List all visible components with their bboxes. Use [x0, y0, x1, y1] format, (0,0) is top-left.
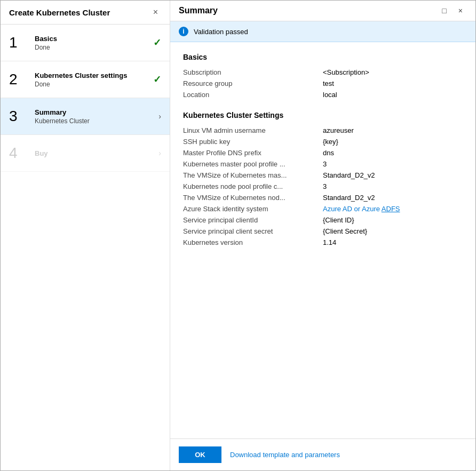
- k8s-master-vmsize-value: Standard_D2_v2: [323, 170, 463, 181]
- k8s-client-secret-value: {Client Secret}: [323, 226, 463, 237]
- identity-azure-ad-text: Azure AD or Azure: [323, 205, 382, 213]
- k8s-version-value: 1.14: [323, 237, 463, 248]
- step-item-1[interactable]: 1 Basics Done ✓: [1, 25, 170, 61]
- step-1-status: Done: [35, 44, 149, 51]
- table-row: SSH public key {key}: [183, 136, 463, 147]
- basics-location-label: Location: [183, 89, 323, 100]
- table-row: Service principal client secret {Client …: [183, 226, 463, 237]
- step-3-info: Summary Kubernetes Cluster: [35, 108, 154, 125]
- window-controls: □ ×: [438, 6, 467, 15]
- right-close-button[interactable]: ×: [454, 6, 467, 15]
- download-template-link[interactable]: Download template and parameters: [230, 451, 340, 459]
- basics-table: Subscription <Subscription> Resource gro…: [183, 67, 463, 100]
- left-panel-title: Create Kubernetes Cluster: [9, 8, 110, 17]
- right-panel: Summary □ × i Validation passed Basics S…: [170, 1, 475, 470]
- step-4-number: 4: [9, 145, 28, 162]
- k8s-node-pool-value: 3: [323, 181, 463, 192]
- right-footer: OK Download template and parameters: [170, 438, 475, 470]
- k8s-client-id-value: {Client ID}: [323, 214, 463, 226]
- step-4-name: Buy: [35, 149, 154, 157]
- step-3-chevron-icon: ›: [158, 112, 161, 121]
- right-panel-title: Summary: [179, 6, 218, 15]
- step-2-status: Done: [35, 81, 149, 88]
- k8s-linux-admin-value: azureuser: [323, 125, 463, 136]
- table-row: Subscription <Subscription>: [183, 67, 463, 78]
- ok-button[interactable]: OK: [179, 446, 221, 463]
- k8s-identity-label: Azure Stack identity system: [183, 203, 323, 214]
- step-1-info: Basics Done: [35, 35, 149, 51]
- k8s-client-id-label: Service principal clientId: [183, 214, 323, 226]
- right-header: Summary □ ×: [170, 1, 475, 21]
- left-close-button[interactable]: ×: [150, 7, 161, 18]
- basics-section-title: Basics: [183, 53, 463, 61]
- step-3-status: Kubernetes Cluster: [35, 117, 154, 125]
- basics-resourcegroup-label: Resource group: [183, 78, 323, 89]
- validation-text: Validation passed: [194, 28, 248, 36]
- k8s-table: Linux VM admin username azureuser SSH pu…: [183, 125, 463, 248]
- main-window: Create Kubernetes Cluster × 1 Basics Don…: [0, 0, 476, 471]
- basics-resourcegroup-value: test: [323, 78, 463, 89]
- validation-bar: i Validation passed: [170, 21, 475, 42]
- k8s-master-vmsize-label: The VMSize of Kubernetes mas...: [183, 170, 323, 181]
- k8s-identity-value: Azure AD or Azure ADFS: [323, 203, 463, 214]
- summary-content: Basics Subscription <Subscription> Resou…: [170, 42, 475, 438]
- table-row: Service principal clientId {Client ID}: [183, 214, 463, 226]
- k8s-ssh-label: SSH public key: [183, 136, 323, 147]
- step-3-name: Summary: [35, 108, 154, 116]
- basics-subscription-value: <Subscription>: [323, 67, 463, 78]
- table-row: Kubernetes node pool profile c... 3: [183, 181, 463, 192]
- k8s-section-title: Kubernetes Cluster Settings: [183, 111, 463, 119]
- step-2-number: 2: [9, 71, 28, 88]
- table-row: Resource group test: [183, 78, 463, 89]
- step-1-number: 1: [9, 34, 28, 51]
- maximize-button[interactable]: □: [438, 6, 450, 15]
- table-row: Kubernetes master pool profile ... 3: [183, 158, 463, 170]
- step-4-info: Buy: [35, 149, 154, 157]
- identity-adfs-text: ADFS: [382, 205, 400, 213]
- k8s-node-vmsize-label: The VMSize of Kubernetes nod...: [183, 192, 323, 203]
- table-row: Kubernetes version 1.14: [183, 237, 463, 248]
- table-row: Master Profile DNS prefix dns: [183, 147, 463, 158]
- step-1-name: Basics: [35, 35, 149, 43]
- left-panel: Create Kubernetes Cluster × 1 Basics Don…: [1, 1, 170, 470]
- table-row: Linux VM admin username azureuser: [183, 125, 463, 136]
- info-icon: i: [179, 27, 188, 36]
- k8s-client-secret-label: Service principal client secret: [183, 226, 323, 237]
- k8s-node-pool-label: Kubernetes node pool profile c...: [183, 181, 323, 192]
- step-2-name: Kubernetes Cluster settings: [35, 71, 149, 79]
- step-2-check-icon: ✓: [153, 74, 161, 85]
- step-item-2[interactable]: 2 Kubernetes Cluster settings Done ✓: [1, 61, 170, 98]
- left-header: Create Kubernetes Cluster ×: [1, 1, 170, 25]
- step-1-check-icon: ✓: [153, 37, 161, 49]
- step-item-3[interactable]: 3 Summary Kubernetes Cluster ›: [1, 98, 170, 135]
- step-2-info: Kubernetes Cluster settings Done: [35, 71, 149, 88]
- step-item-4: 4 Buy ›: [1, 135, 170, 172]
- basics-subscription-label: Subscription: [183, 67, 323, 78]
- basics-location-value: local: [323, 89, 463, 100]
- k8s-master-pool-label: Kubernetes master pool profile ...: [183, 158, 323, 170]
- step-4-chevron-icon: ›: [158, 149, 161, 157]
- table-row: The VMSize of Kubernetes nod... Standard…: [183, 192, 463, 203]
- k8s-linux-admin-label: Linux VM admin username: [183, 125, 323, 136]
- table-row: Location local: [183, 89, 463, 100]
- table-row: The VMSize of Kubernetes mas... Standard…: [183, 170, 463, 181]
- k8s-master-pool-value: 3: [323, 158, 463, 170]
- k8s-version-label: Kubernetes version: [183, 237, 323, 248]
- k8s-dns-value: dns: [323, 147, 463, 158]
- table-row: Azure Stack identity system Azure AD or …: [183, 203, 463, 214]
- k8s-dns-label: Master Profile DNS prefix: [183, 147, 323, 158]
- k8s-ssh-value: {key}: [323, 136, 463, 147]
- steps-list: 1 Basics Done ✓ 2 Kubernetes Cluster set…: [1, 25, 170, 470]
- k8s-node-vmsize-value: Standard_D2_v2: [323, 192, 463, 203]
- step-3-number: 3: [9, 108, 28, 125]
